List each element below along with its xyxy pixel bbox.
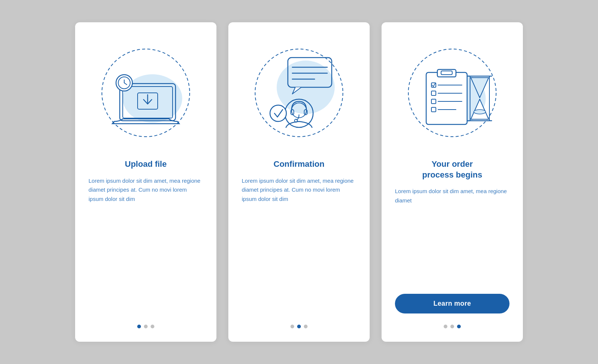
card-upload-file-dots [137, 321, 154, 328]
confirmation-illustration [251, 37, 347, 149]
upload-file-illustration [97, 37, 194, 149]
dot-2 [144, 325, 148, 328]
dot-1 [444, 325, 447, 328]
card-confirmation: Confirmation Lorem ipsum dolor sit dim a… [228, 22, 370, 342]
dot-3 [151, 325, 154, 328]
card-order-process-body: Lorem ipsum dolor sit dim amet, mea regi… [395, 187, 509, 285]
dot-3 [457, 325, 461, 328]
card-order-process: Your order process begins Lorem ipsum do… [382, 22, 523, 342]
dot-1 [290, 325, 294, 328]
card-confirmation-dots [290, 321, 308, 328]
dot-3 [304, 325, 308, 328]
svg-point-21 [270, 105, 286, 121]
svg-point-39 [474, 110, 486, 114]
dot-2 [450, 325, 454, 328]
card-upload-file: Upload file Lorem ipsum dolor sit dim am… [75, 22, 216, 342]
card-order-process-dots [444, 321, 461, 328]
card-confirmation-title: Confirmation [274, 159, 325, 170]
cards-container: Upload file Lorem ipsum dolor sit dim am… [75, 22, 523, 342]
card-upload-file-title: Upload file [125, 159, 167, 170]
card-order-process-title: Your order process begins [422, 159, 482, 180]
svg-rect-24 [426, 72, 467, 124]
learn-more-button[interactable]: Learn more [395, 294, 509, 313]
card-upload-file-body: Lorem ipsum dolor sit dim amet, mea regi… [89, 176, 203, 312]
card-confirmation-body: Lorem ipsum dolor sit dim amet, mea regi… [242, 176, 356, 312]
dot-1 [137, 325, 141, 328]
order-process-illustration [404, 37, 501, 149]
dot-2 [297, 325, 301, 328]
